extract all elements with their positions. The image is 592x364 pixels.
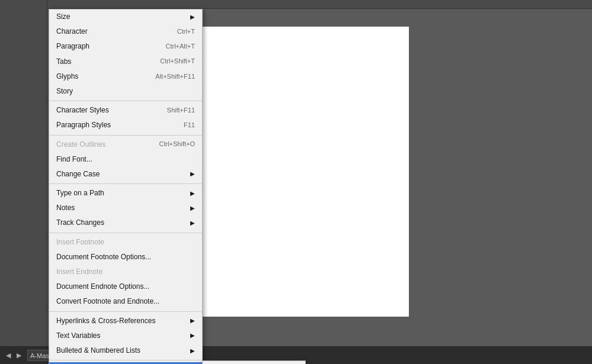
menu-item-size-label: Size xyxy=(56,11,70,22)
separator-5 xyxy=(49,311,202,312)
menu-item-type-on-path-label: Type on a Path xyxy=(56,188,104,199)
menu-item-hyperlinks-arrow: ▶ xyxy=(190,316,195,326)
menu-item-find-font[interactable]: Find Font... xyxy=(49,152,202,167)
menu-item-track-changes[interactable]: Track Changes ▶ xyxy=(49,215,202,230)
text-menu: Size ▶ Character Ctrl+T Paragraph Ctrl+A… xyxy=(49,9,203,364)
menu-item-paragraph-shortcut: Ctrl+Alt+T xyxy=(165,41,195,52)
menu-item-insert-footnote-label: Insert Footnote xyxy=(56,237,104,248)
status-prev-page[interactable]: ◀ xyxy=(6,352,11,359)
menu-item-change-case-label: Change Case xyxy=(56,169,100,180)
separator-4 xyxy=(49,233,202,233)
status-next-page[interactable]: ▶ xyxy=(17,352,21,359)
separator-6 xyxy=(49,360,202,360)
separator-2 xyxy=(49,135,202,136)
menu-item-bulleted-lists-label: Bulleted & Numbered Lists xyxy=(56,345,140,356)
menu-item-change-case[interactable]: Change Case ▶ xyxy=(49,167,202,182)
menu-item-text-variables-label: Text Variables xyxy=(56,330,100,342)
menu-item-paragraph[interactable]: Paragraph Ctrl+Alt+T xyxy=(49,39,202,54)
menu-item-doc-footnote-options-label: Document Footnote Options... xyxy=(56,252,151,263)
menu-item-character-styles[interactable]: Character Styles Shift+F11 xyxy=(49,103,202,118)
menu-item-glyphs-shortcut: Alt+Shift+F11 xyxy=(155,72,195,82)
menu-item-hyperlinks[interactable]: Hyperlinks & Cross-References ▶ xyxy=(49,314,202,328)
menu-item-size-arrow: ▶ xyxy=(190,12,195,22)
menu-item-insert-endnote-label: Insert Endnote xyxy=(56,266,103,278)
menu-item-bulleted-lists-arrow: ▶ xyxy=(190,346,195,356)
menu-item-doc-endnote-options-label: Document Endnote Options... xyxy=(56,281,149,292)
menu-item-create-outlines-shortcut: Ctrl+Shift+O xyxy=(159,139,195,150)
menu-item-text-variables-arrow: ▶ xyxy=(190,331,195,340)
page-area xyxy=(196,27,409,317)
menu-item-convert-footnote[interactable]: Convert Footnote and Endnote... xyxy=(49,294,202,309)
menu-item-doc-endnote-options[interactable]: Document Endnote Options... xyxy=(49,279,202,294)
menu-item-glyphs-label: Glyphs xyxy=(56,71,78,82)
menu-item-story[interactable]: Story xyxy=(49,84,202,99)
menu-item-track-changes-arrow: ▶ xyxy=(190,218,195,228)
menu-item-hyperlinks-label: Hyperlinks & Cross-References xyxy=(56,315,155,327)
menu-item-size[interactable]: Size ▶ xyxy=(49,9,202,24)
menu-item-character-label: Character xyxy=(56,26,88,37)
menu-item-create-outlines-label: Create Outlines xyxy=(56,139,105,150)
menu-item-paragraph-label: Paragraph xyxy=(56,41,89,52)
menu-item-create-outlines: Create Outlines Ctrl+Shift+O xyxy=(49,137,202,152)
next-page-icon: ▶ xyxy=(17,352,21,359)
menu-item-convert-footnote-label: Convert Footnote and Endnote... xyxy=(56,296,159,307)
menu-item-paragraph-styles-shortcut: F11 xyxy=(184,120,195,131)
menu-item-insert-endnote: Insert Endnote xyxy=(49,265,202,279)
menu-item-notes-label: Notes xyxy=(56,202,75,214)
menu-item-tabs[interactable]: Tabs Ctrl+Shift+T xyxy=(49,54,202,69)
separator-1 xyxy=(49,101,202,101)
menu-item-character[interactable]: Character Ctrl+T xyxy=(49,24,202,39)
ruler-horizontal xyxy=(47,0,592,9)
menu-item-character-shortcut: Ctrl+T xyxy=(177,27,195,37)
menu-item-find-font-label: Find Font... xyxy=(56,154,92,165)
menu-item-track-changes-label: Track Changes xyxy=(56,217,104,228)
menu-item-character-styles-shortcut: Shift+F11 xyxy=(167,105,195,116)
separator-3 xyxy=(49,183,202,184)
menu-item-insert-footnote: Insert Footnote xyxy=(49,235,202,250)
menu-item-story-label: Story xyxy=(56,86,73,97)
ruler-vertical xyxy=(0,0,47,346)
menu-item-notes[interactable]: Notes ▶ xyxy=(49,201,202,215)
menu-item-change-case-arrow: ▶ xyxy=(190,169,195,179)
menu-item-notes-arrow: ▶ xyxy=(190,204,195,213)
menu-item-type-on-path[interactable]: Type on a Path ▶ xyxy=(49,186,202,201)
menu-item-paragraph-styles[interactable]: Paragraph Styles F11 xyxy=(49,118,202,133)
menu-item-character-styles-label: Character Styles xyxy=(56,105,109,116)
menu-item-text-variables[interactable]: Text Variables ▶ xyxy=(49,328,202,343)
menu-item-type-on-path-arrow: ▶ xyxy=(190,189,195,198)
menu-item-tabs-shortcut: Ctrl+Shift+T xyxy=(160,56,195,67)
submenu-insert-special: Symbols ▶ Markers ▶ Current Page Number … xyxy=(202,360,306,364)
submenu1-symbols[interactable]: Symbols ▶ xyxy=(203,361,305,364)
menu-item-doc-footnote-options[interactable]: Document Footnote Options... xyxy=(49,250,202,265)
menu-item-paragraph-styles-label: Paragraph Styles xyxy=(56,120,111,131)
menu-item-glyphs[interactable]: Glyphs Alt+Shift+F11 xyxy=(49,69,202,84)
menu-item-tabs-label: Tabs xyxy=(56,56,71,67)
menu-item-bulleted-lists[interactable]: Bulleted & Numbered Lists ▶ xyxy=(49,343,202,358)
prev-page-icon: ◀ xyxy=(6,352,11,359)
